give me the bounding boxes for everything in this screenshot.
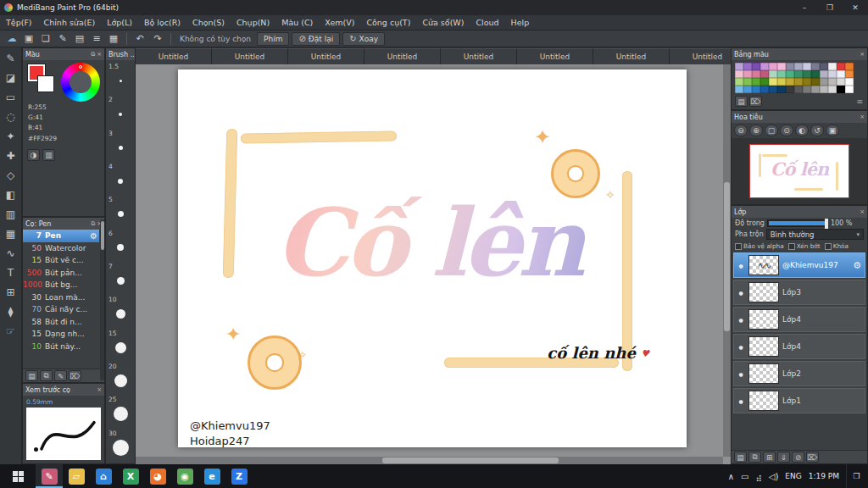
layer-visibility-dot[interactable]: ● [737, 398, 745, 404]
palette-swatch[interactable] [837, 78, 845, 86]
pc-icon[interactable]: ▭ [741, 472, 748, 481]
navigator-thumbnail[interactable]: Cố lên [749, 144, 849, 198]
clear-layer-icon[interactable]: ⊘ [792, 452, 804, 463]
layer-folder-icon[interactable]: ⊞ [763, 452, 776, 463]
palette-swatch[interactable] [845, 78, 854, 86]
brush-size-item[interactable]: 2 [106, 95, 135, 128]
taskbar-app-file-explorer[interactable]: ▱ [63, 464, 90, 488]
brush-size-item[interactable]: 15 [106, 329, 135, 362]
brush-size-item[interactable]: 7 [106, 262, 135, 295]
palette-swatch[interactable] [735, 70, 743, 78]
maximize-button[interactable]: ❐ [817, 0, 843, 15]
document-tab[interactable]: Untitled [517, 48, 593, 64]
palette-swatch[interactable] [786, 63, 794, 70]
palette-swatch[interactable] [828, 70, 837, 78]
palette-swatch[interactable] [769, 70, 777, 78]
palette-swatch[interactable] [820, 78, 828, 86]
document-tab[interactable]: Untitled [212, 48, 288, 64]
palette-swatch[interactable] [769, 86, 777, 93]
move-tool[interactable]: ✚ [3, 147, 19, 164]
color-wheel[interactable] [61, 63, 100, 102]
palette-swatch[interactable] [743, 86, 752, 93]
palette-swatch[interactable] [786, 70, 794, 78]
palette-swatch[interactable] [837, 70, 845, 78]
palette-swatch[interactable] [777, 86, 786, 93]
panel-close-icon[interactable]: × [860, 208, 865, 215]
brush-size-item[interactable]: 4 [106, 162, 135, 195]
select-tool[interactable]: ▭ [3, 89, 19, 106]
transform-tool[interactable]: ◇ [3, 167, 19, 184]
palette-handle-icon[interactable]: ≡ [856, 97, 864, 106]
menu-item[interactable]: Công cụ(T) [360, 18, 416, 27]
brush-item[interactable]: 50Watercolor [23, 242, 99, 255]
palette-swatch[interactable] [845, 86, 854, 93]
taskbar-app-edge[interactable]: e [198, 464, 225, 488]
hand-tool[interactable]: ☞ [3, 323, 19, 340]
delete-layer-icon[interactable]: ⌦ [806, 452, 819, 463]
zoom-out-icon[interactable]: ⊖ [734, 125, 748, 136]
layer-settings-icon[interactable]: ⚙ [853, 260, 861, 271]
palette-swatch[interactable] [735, 63, 743, 70]
clock[interactable]: 1:19 PM [809, 472, 839, 480]
redo-button[interactable]: ↷ [150, 32, 165, 46]
palette-swatch[interactable] [811, 86, 820, 93]
add-swatch-icon[interactable]: ▤ [735, 96, 748, 107]
palette-swatch[interactable] [803, 86, 811, 93]
taskbar-app-medibang[interactable]: ✎ [36, 464, 63, 488]
palette-swatch[interactable] [820, 70, 828, 78]
menu-item[interactable]: Tệp(F) [0, 18, 38, 27]
menu-item[interactable]: Cloud [470, 18, 504, 27]
brush-size-item[interactable]: 3 [106, 129, 135, 162]
network-icon[interactable]: ⣴ [755, 472, 761, 481]
panel-close-icon[interactable]: × [860, 51, 865, 58]
palette-swatch[interactable] [828, 78, 837, 86]
shape-tool[interactable]: ▦ [3, 225, 19, 242]
menu-item[interactable]: Bộ lọc(R) [138, 18, 186, 27]
palette-swatch[interactable] [760, 78, 769, 86]
palette-swatch[interactable] [760, 63, 769, 70]
pen-tool[interactable]: ✎ [3, 50, 19, 67]
lasso-tool[interactable]: ◌ [3, 108, 19, 125]
brush-item[interactable]: 70Cải nãy c... [23, 303, 99, 316]
document-tab[interactable]: Untitled [593, 48, 670, 64]
panel-close-icon[interactable]: × [860, 114, 865, 120]
color-slider-icon[interactable]: ▥ [42, 149, 55, 161]
palette-swatch[interactable] [803, 78, 811, 86]
brush-size-item[interactable]: 1.5 [106, 62, 135, 95]
menu-item[interactable]: Help [505, 18, 536, 27]
palette-swatch[interactable] [845, 63, 854, 70]
layer-visibility-dot[interactable]: ● [737, 290, 745, 296]
eyedropper-tool[interactable]: ⧫ [3, 303, 19, 320]
bucket-tool[interactable]: ◧ [3, 186, 19, 203]
palette-swatch[interactable] [837, 86, 845, 93]
taskbar-app-firefox[interactable]: ◕ [144, 464, 171, 488]
taskbar-app-zalo[interactable]: Z [225, 464, 253, 488]
layer-row[interactable]: ●Lớp2 [733, 361, 865, 386]
palette-swatch[interactable] [803, 70, 811, 78]
brush-item[interactable]: 58Bút đi n... [23, 316, 99, 329]
palette-swatch[interactable] [811, 78, 820, 86]
opacity-slider[interactable] [767, 219, 828, 227]
keys-button[interactable]: Phím [257, 32, 289, 46]
brush-item[interactable]: 1000Bút bg... [23, 279, 99, 291]
curve-tool[interactable]: ∿ [3, 245, 19, 262]
document-tab[interactable]: Untitled [441, 48, 517, 64]
brush-settings-icon[interactable]: ⚙ [90, 231, 97, 241]
zoom-in-icon[interactable]: ⊕ [749, 125, 763, 136]
menu-item[interactable]: Chọn(S) [186, 18, 231, 27]
panel-collapse-icon[interactable]: ⧉ [91, 51, 95, 58]
layer-row[interactable]: ●Lớp3 [733, 280, 865, 305]
edit-brush-icon[interactable]: ✎ [54, 370, 67, 381]
palette-swatch[interactable] [786, 86, 794, 93]
material-icon[interactable]: ▤ [72, 32, 87, 46]
menu-item[interactable]: Màu (C) [275, 18, 319, 27]
taskbar-app-store[interactable]: ⌂ [90, 464, 117, 488]
palette-swatch[interactable] [786, 78, 794, 86]
volume-icon[interactable]: ◁) [769, 472, 779, 481]
canvas[interactable]: ✦ ✧ ✦ ✧ Cố lên cố lên nhé ♥ @Khiemvu197 … [178, 69, 687, 447]
panel-close-icon[interactable]: × [97, 386, 102, 393]
brush-item[interactable]: 7Pen⚙ [23, 230, 99, 242]
action-center-button[interactable]: ❐ [846, 464, 866, 488]
palette-swatch[interactable] [794, 78, 803, 86]
cloud-icon[interactable]: ☁ [4, 32, 19, 46]
